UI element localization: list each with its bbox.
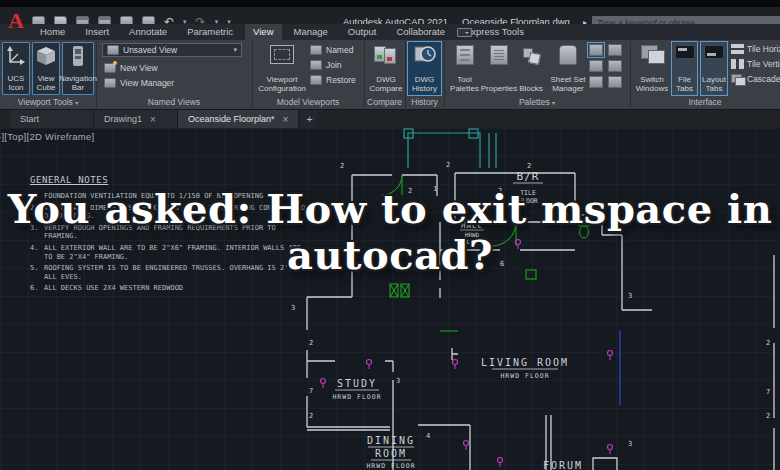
keynote-number: 3 bbox=[628, 440, 632, 448]
blocks-button[interactable]: Blocks bbox=[516, 41, 546, 96]
menu-item-label: Named bbox=[326, 45, 353, 55]
tab-parametric[interactable]: Parametric bbox=[179, 24, 241, 40]
restore-viewport-icon bbox=[310, 75, 322, 85]
floorplan-drawing: B/R TILE FLOOR HALL HRWD FLOOR LIVING RO… bbox=[0, 128, 780, 470]
named-viewport-button[interactable]: Named bbox=[310, 45, 353, 55]
tile-horizontally-label[interactable]: Tile Horizontally bbox=[747, 44, 780, 54]
menu-item-label: Restore bbox=[326, 75, 356, 85]
panel-label-model-viewports[interactable]: Model Viewports bbox=[252, 97, 364, 107]
button-label: Viewport Configuration bbox=[258, 75, 306, 95]
keynote-number: 2 bbox=[309, 339, 313, 347]
tab-annotate[interactable]: Annotate bbox=[121, 24, 175, 40]
button-label: DWG History bbox=[408, 75, 441, 95]
tile-vertically-label[interactable]: Tile Vertically bbox=[747, 59, 780, 69]
keynote-number: 2 bbox=[766, 339, 770, 347]
menu-item-label: New View bbox=[120, 63, 158, 73]
blocks-icon bbox=[522, 45, 540, 65]
palette-mini-button-5-icon[interactable] bbox=[589, 76, 603, 88]
navigation-bar-toggle-button[interactable]: Navigation Bar bbox=[62, 42, 94, 95]
menu-item-label: Join bbox=[326, 60, 342, 70]
panel-label-history[interactable]: History bbox=[405, 97, 444, 107]
cascade-icon[interactable] bbox=[731, 74, 744, 84]
join-viewport-icon bbox=[310, 60, 322, 70]
button-label: File Tabs bbox=[672, 75, 697, 95]
panel-label-compare[interactable]: Compare bbox=[364, 97, 405, 107]
palette-mini-button-3-icon[interactable] bbox=[589, 60, 603, 72]
ucs-axes-icon bbox=[6, 45, 26, 67]
button-label: DWG Compare bbox=[369, 75, 403, 95]
tab-output[interactable]: Output bbox=[340, 24, 385, 40]
panel-label-viewport-tools[interactable]: Viewport Tools ▾ bbox=[0, 97, 96, 107]
palette-mini-button-6-icon[interactable] bbox=[608, 76, 622, 88]
title-bar: ↶ ▾ ↷ ▾ ▾ Autodesk AutoCAD 2021 Oceansid… bbox=[0, 7, 780, 24]
sheet-set-manager-icon bbox=[559, 45, 577, 65]
join-viewport-button[interactable]: Join bbox=[310, 60, 342, 70]
viewport-configuration-button[interactable]: Viewport Configuration bbox=[258, 41, 306, 96]
file-tab-oceanside-floorplan[interactable]: Oceanside Floorplan* × bbox=[178, 110, 299, 128]
close-icon[interactable]: × bbox=[283, 114, 289, 125]
tab-manage[interactable]: Manage bbox=[286, 24, 336, 40]
restore-viewport-button[interactable]: Restore bbox=[310, 75, 356, 85]
palette-mini-button-2-icon[interactable] bbox=[608, 44, 622, 56]
palette-mini-button-4-icon[interactable] bbox=[608, 60, 622, 72]
room-sub-label: HRWD FLOOR bbox=[332, 393, 381, 401]
cascade-label[interactable]: Cascade bbox=[747, 74, 780, 84]
navigation-bar-icon bbox=[72, 45, 84, 67]
file-tab-start[interactable]: Start bbox=[10, 110, 94, 128]
close-icon[interactable]: × bbox=[150, 114, 156, 125]
keynote-number: 3 bbox=[396, 377, 400, 385]
panel-label-named-views[interactable]: Named Views bbox=[96, 97, 252, 107]
room-sub-label: HRWD FLOOR bbox=[366, 462, 415, 470]
tool-palettes-button[interactable]: Tool Palettes bbox=[448, 41, 481, 96]
tab-home[interactable]: Home bbox=[32, 24, 73, 40]
top-strip bbox=[0, 0, 780, 7]
button-label: Navigation Bar bbox=[59, 74, 97, 94]
keynote-number: 2 bbox=[446, 161, 450, 169]
tool-palettes-icon bbox=[456, 45, 474, 65]
button-label: View Cube bbox=[33, 74, 59, 94]
file-tabs-toggle-button[interactable]: File Tabs bbox=[671, 41, 698, 96]
view-manager-button[interactable]: View Manager bbox=[104, 78, 174, 88]
dwg-history-button[interactable]: DWG History bbox=[407, 41, 442, 96]
room-label-forum: FORUM bbox=[543, 460, 583, 470]
headline-overlay: You asked: How to exit mspace in autocad… bbox=[0, 186, 780, 278]
view-cube-toggle-button[interactable]: View Cube bbox=[32, 42, 60, 95]
panel-label-interface[interactable]: Interface bbox=[630, 97, 780, 107]
palette-mini-button-1-icon[interactable] bbox=[589, 44, 603, 56]
view-dropdown[interactable]: Unsaved View ▾ bbox=[102, 43, 242, 57]
tab-insert[interactable]: Insert bbox=[77, 24, 117, 40]
panel-label-palettes[interactable]: Palettes ▾ bbox=[444, 97, 630, 107]
dwg-history-clock-icon bbox=[414, 45, 436, 65]
headline-line-2: autocad? bbox=[0, 232, 780, 278]
room-label-living-room: LIVING ROOM bbox=[481, 357, 569, 368]
new-drawing-tab-button[interactable]: + bbox=[301, 110, 317, 128]
keynote-number: 2 bbox=[766, 412, 770, 420]
tile-vertically-icon[interactable] bbox=[731, 59, 744, 69]
keynote-number: 7 bbox=[309, 387, 313, 395]
room-label-study: STUDY bbox=[337, 378, 377, 389]
layout-tabs-toggle-button[interactable]: Layout Tabs bbox=[700, 41, 728, 96]
view-manager-icon bbox=[104, 78, 116, 88]
view-dropdown-value: Unsaved View bbox=[123, 45, 177, 55]
file-tab-label: Start bbox=[20, 114, 39, 124]
ribbon-display-toggle-icon[interactable] bbox=[457, 28, 472, 37]
tile-horizontally-icon[interactable] bbox=[731, 44, 744, 54]
keynote-number: 3 bbox=[291, 304, 295, 312]
ucs-icon-toggle-button[interactable]: UCS Icon bbox=[2, 42, 30, 95]
room-label-dining: DINING bbox=[367, 435, 415, 446]
tab-view[interactable]: View bbox=[245, 24, 281, 40]
autocad-logo[interactable]: A bbox=[4, 8, 28, 36]
tab-collaborate[interactable]: Collaborate bbox=[388, 24, 453, 40]
file-tab-drawing1[interactable]: Drawing1 × bbox=[94, 110, 178, 128]
button-label: Properties bbox=[481, 84, 517, 95]
sheet-set-manager-button[interactable]: Sheet Set Manager bbox=[548, 41, 588, 96]
new-view-button[interactable]: New View bbox=[104, 63, 158, 73]
caret-down-icon: ▾ bbox=[75, 100, 78, 106]
properties-button[interactable]: Properties bbox=[483, 41, 515, 96]
properties-icon bbox=[490, 45, 508, 65]
dwg-compare-icon bbox=[374, 45, 398, 65]
dwg-compare-button[interactable]: DWG Compare bbox=[368, 41, 404, 96]
layout-tabs-icon bbox=[704, 45, 724, 59]
switch-windows-button[interactable]: Switch Windows bbox=[634, 41, 670, 96]
drawing-canvas[interactable]: [-][Top][2D Wireframe] GENERAL NOTES 1.F… bbox=[0, 128, 780, 470]
